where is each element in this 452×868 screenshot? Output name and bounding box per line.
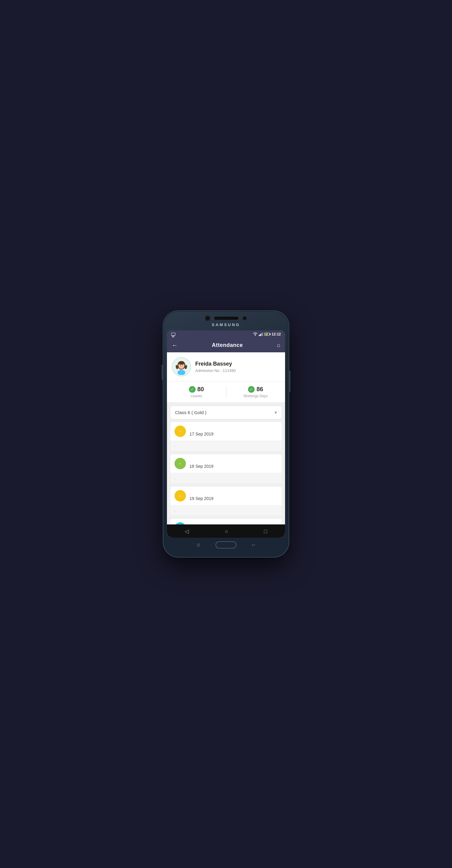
front-camera xyxy=(205,316,210,321)
status-time: 12:12 xyxy=(271,332,281,336)
nav-back-button[interactable]: ◁ xyxy=(185,528,189,535)
back-button[interactable]: ← xyxy=(172,342,178,349)
notification-icon: 🖼 xyxy=(171,333,175,336)
svg-rect-2 xyxy=(260,334,261,336)
class-dropdown-text: Class 6 ( Gold ) xyxy=(175,410,206,415)
workings-check-icon: ✓ xyxy=(248,386,255,393)
content-area: Freida Bassey Admission No : 111490 ✓ 80… xyxy=(167,352,285,524)
stats-row: ✓ 80 Leaves ✓ 86 Workings Days xyxy=(167,381,285,403)
leaves-stat: ✓ 80 Leaves xyxy=(167,386,226,398)
student-card: Freida Bassey Admission No : 111490 xyxy=(167,352,285,381)
wifi-icon xyxy=(253,333,258,336)
leaves-label: Leaves xyxy=(190,394,202,398)
leaves-check-icon: ✓ xyxy=(189,386,196,393)
date-block-3: - 19 Sep 2019 xyxy=(190,491,213,501)
attendance-record-1: - - 17 Sep 2019 - xyxy=(170,422,282,452)
status-dot-4: - xyxy=(174,522,186,524)
date-2: 18 Sep 2019 xyxy=(190,464,213,469)
admission-number: 111490 xyxy=(223,368,236,373)
phone-screen: 🖼 ⚡ xyxy=(167,330,285,538)
brand-label: SAMSUNG xyxy=(167,322,285,327)
status-dot-3: - xyxy=(174,490,186,501)
signal-icon xyxy=(259,333,263,336)
record-bottom-2: - xyxy=(170,473,282,484)
attendance-record-3: - - 19 Sep 2019 - xyxy=(170,486,282,516)
date-block-1: - 17 Sep 2019 xyxy=(190,427,213,436)
phone-bottom-hardware: ⊟ ↩ xyxy=(167,538,285,550)
student-name: Freida Bassey xyxy=(195,361,236,367)
battery-icon: ⚡ xyxy=(264,333,270,336)
status-dot-1: - xyxy=(174,426,186,437)
chevron-down-icon: ▾ xyxy=(275,410,277,415)
date-block-2: - 18 Sep 2019 xyxy=(190,459,213,469)
speaker xyxy=(214,317,238,320)
attendance-record-4: - - 20 Sep 2019 - xyxy=(170,518,282,524)
svg-point-0 xyxy=(255,336,256,336)
attendance-list: - - 17 Sep 2019 - - - xyxy=(167,422,285,524)
dash-3: - xyxy=(190,491,213,495)
admission-info: Admission No : 111490 xyxy=(195,368,236,373)
bottom-navigation: ◁ ○ □ xyxy=(167,524,285,538)
bottom-left-icon: ⊟ xyxy=(197,542,200,547)
student-info: Freida Bassey Admission No : 111490 xyxy=(195,361,236,373)
workings-label: Workings Days xyxy=(244,394,267,398)
bottom-text-1: - xyxy=(174,444,176,448)
date-1: 17 Sep 2019 xyxy=(190,432,213,436)
dash-1: - xyxy=(190,427,213,431)
avatar xyxy=(172,357,191,376)
nav-recent-button[interactable]: □ xyxy=(264,528,267,535)
workings-stat: ✓ 86 Workings Days xyxy=(226,386,285,398)
attendance-record-2: - - 18 Sep 2019 - xyxy=(170,454,282,484)
hardware-home-button[interactable] xyxy=(216,541,236,549)
bottom-text-2: - xyxy=(174,476,176,481)
nav-home-button[interactable]: ○ xyxy=(225,528,228,535)
workings-count: 86 xyxy=(256,386,263,393)
home-button[interactable]: ⌂ xyxy=(277,342,280,348)
svg-point-12 xyxy=(182,365,183,366)
status-bar: 🖼 ⚡ xyxy=(167,330,285,338)
sensor xyxy=(243,316,247,320)
date-3: 19 Sep 2019 xyxy=(190,496,213,501)
svg-rect-3 xyxy=(261,333,262,336)
svg-rect-4 xyxy=(262,333,263,336)
svg-point-10 xyxy=(179,361,185,365)
record-bottom-1: - xyxy=(170,441,282,451)
record-bottom-3: - xyxy=(170,505,282,516)
page-title: Attendance xyxy=(212,342,243,348)
svg-rect-1 xyxy=(259,335,260,336)
svg-point-11 xyxy=(180,365,181,366)
dash-2: - xyxy=(190,459,213,463)
bottom-right-icon: ↩ xyxy=(252,542,255,547)
app-header: ← Attendance ⌂ xyxy=(167,338,285,352)
leaves-count: 80 xyxy=(197,386,204,393)
bottom-text-3: - xyxy=(174,508,176,513)
status-dot-2: - xyxy=(174,458,186,469)
class-dropdown[interactable]: Class 6 ( Gold ) ▾ xyxy=(170,406,282,419)
